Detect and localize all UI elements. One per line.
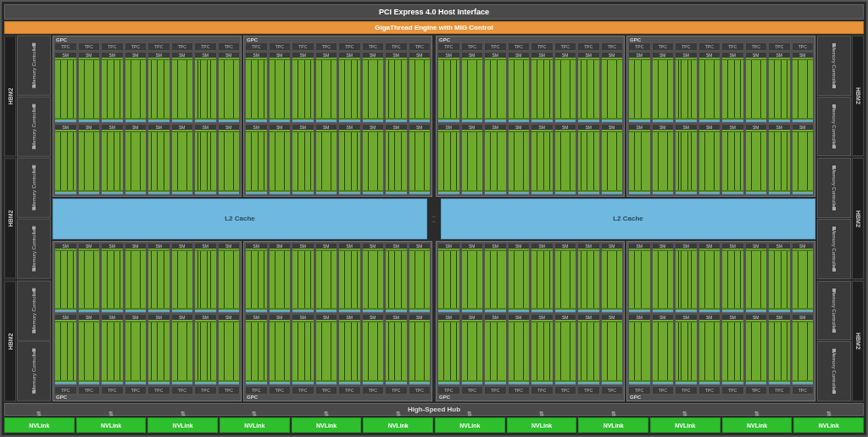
tpc-label: TPC — [292, 42, 314, 51]
sm-cores — [722, 58, 743, 120]
sm-footer — [409, 311, 431, 312]
sm-row: SMSMSMSMSMSMSMSM — [245, 314, 431, 385]
sm-footer — [438, 383, 459, 384]
sm-footer — [793, 311, 814, 312]
tpc-label: TPC — [315, 386, 338, 395]
sm-footer — [722, 383, 743, 384]
sm-footer — [292, 311, 314, 312]
sm-block: SM — [437, 314, 460, 385]
sm-block: SM — [601, 124, 624, 195]
sm-block: SM — [385, 314, 408, 385]
sm-block: SM — [125, 314, 147, 385]
sm-row: SMSMSMSMSMSMSMSM — [628, 314, 814, 385]
sm-footer — [55, 120, 76, 122]
sm-cores — [462, 130, 483, 193]
sm-cores — [578, 320, 599, 383]
sm-block: SM — [338, 243, 361, 314]
sm-block: SM — [171, 52, 194, 123]
sm-footer — [699, 193, 721, 194]
sm-footer — [409, 120, 431, 122]
sm-footer — [316, 383, 337, 384]
sm-footer — [339, 383, 360, 384]
sm-footer — [769, 120, 790, 122]
sm-cores — [55, 58, 76, 120]
sm-cores — [172, 249, 193, 311]
sm-cores — [316, 320, 337, 383]
sm-block: SM — [362, 243, 385, 314]
sm-block: SM — [245, 314, 268, 385]
sm-cores — [292, 249, 314, 311]
memory-controller-pair: Memory ControllerMemory Controller — [17, 36, 51, 156]
sm-footer — [409, 193, 431, 194]
sm-footer — [363, 383, 384, 384]
sm-footer — [125, 193, 147, 194]
hbm-stack: HBM2Memory ControllerMemory Controller — [817, 281, 864, 401]
sm-footer — [602, 193, 623, 194]
sm-footer — [746, 193, 767, 194]
nvlink-block: NVLink — [722, 417, 793, 433]
sm-footer — [722, 193, 743, 194]
sm-cores — [102, 249, 123, 311]
hbm-label: HBM2 — [852, 158, 864, 278]
sm-row: SMSMSMSMSMSMSMSM — [54, 52, 240, 123]
sm-cores — [316, 249, 337, 311]
sm-cores — [339, 130, 360, 193]
sm-cores — [578, 58, 599, 120]
sm-cores — [270, 58, 291, 120]
tpc-label-row: TPCTPCTPCTPCTPCTPCTPCTPC — [245, 42, 431, 51]
sm-block: SM — [147, 124, 170, 195]
sm-block: SM — [269, 52, 292, 123]
sm-footer — [629, 383, 650, 384]
sm-cores — [409, 58, 431, 120]
sm-block: SM — [484, 52, 507, 123]
sm-footer — [438, 311, 459, 312]
sm-cores — [653, 320, 674, 383]
sm-block: SM — [385, 124, 408, 195]
sm-cores — [629, 58, 650, 120]
gpc-block: GPCTPCTPCTPCTPCTPCTPCTPCTPCSMSMSMSMSMSMS… — [436, 36, 625, 197]
sm-grid: SMSMSMSMSMSMSMSMSMSMSMSMSMSMSMSM — [54, 52, 240, 195]
sm-block: SM — [101, 124, 124, 195]
sm-block: SM — [194, 124, 217, 195]
tpc-label: TPC — [461, 42, 484, 51]
sm-footer — [102, 383, 123, 384]
sm-footer — [125, 311, 147, 312]
memory-controller: Memory Controller — [17, 219, 51, 279]
sm-cores — [195, 58, 216, 120]
memory-controller: Memory Controller — [817, 158, 851, 218]
gpc-block: GPCTPCTPCTPCTPCTPCTPCTPCTPCSMSMSMSMSMSMS… — [436, 241, 625, 402]
sm-grid: SMSMSMSMSMSMSMSMSMSMSMSMSMSMSMSM — [245, 52, 431, 195]
sm-block: SM — [577, 52, 600, 123]
sm-cores — [462, 249, 483, 311]
memory-controller-pair: Memory ControllerMemory Controller — [17, 281, 51, 401]
sm-footer — [172, 120, 193, 122]
memory-controller: Memory Controller — [817, 341, 851, 401]
sm-footer — [531, 120, 553, 122]
tpc-label-row: TPCTPCTPCTPCTPCTPCTPCTPC — [628, 42, 814, 51]
nvlink-block: NVLink — [76, 417, 147, 433]
sm-footer — [102, 193, 123, 194]
sm-row: SMSMSMSMSMSMSMSM — [54, 124, 240, 195]
sm-block: SM — [652, 314, 675, 385]
sm-footer — [438, 193, 459, 194]
sm-block: SM — [292, 243, 314, 314]
sm-cores — [602, 58, 623, 120]
sm-block: SM — [601, 52, 624, 123]
sm-cores — [219, 130, 240, 193]
sm-cores — [148, 130, 170, 193]
main-compute-area: HBM2Memory ControllerMemory ControllerHB… — [4, 36, 864, 401]
nvlink-block: NVLink — [220, 417, 290, 433]
sm-grid: SMSMSMSMSMSMSMSMSMSMSMSMSMSMSMSM — [628, 52, 814, 195]
sm-cores — [148, 58, 170, 120]
sm-block: SM — [577, 314, 600, 385]
gpc-pair: GPCTPCTPCTPCTPCTPCTPCTPCTPCSMSMSMSMSMSMS… — [53, 36, 432, 197]
gpc-pair: GPCTPCTPCTPCTPCTPCTPCTPCTPCSMSMSMSMSMSMS… — [436, 241, 815, 402]
sm-cores — [438, 249, 459, 311]
sm-cores — [462, 58, 483, 120]
gpc-pair: GPCTPCTPCTPCTPCTPCTPCTPCTPCSMSMSMSMSMSMS… — [53, 241, 432, 402]
sm-footer — [578, 383, 599, 384]
sm-footer — [55, 311, 76, 312]
tpc-label: TPC — [54, 386, 77, 395]
sm-cores — [699, 249, 721, 311]
gpc-block: GPCTPCTPCTPCTPCTPCTPCTPCTPCSMSMSMSMSMSMS… — [53, 241, 242, 402]
